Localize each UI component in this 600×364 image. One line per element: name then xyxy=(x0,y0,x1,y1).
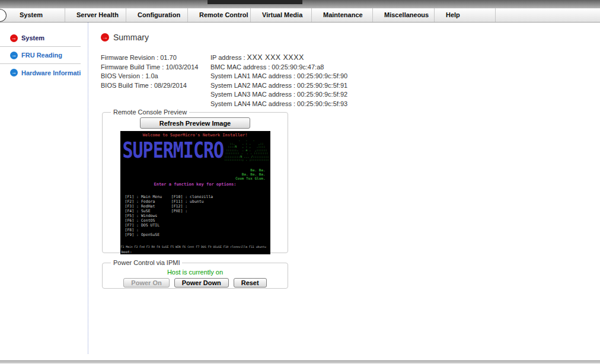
menu-item-system[interactable]: System xyxy=(8,8,65,22)
info-value: 1.0a xyxy=(145,72,158,79)
info-value: 00:25:90:9c:5f:93 xyxy=(297,100,347,107)
menu-item-maintenance[interactable]: Maintenance xyxy=(312,8,373,22)
menu-item-server-health[interactable]: Server Health xyxy=(65,8,126,22)
info-label: System LAN4 MAC address xyxy=(210,100,297,107)
arrow-icon: → xyxy=(101,33,109,41)
console-prompt: Enter a function key for options: xyxy=(120,182,270,187)
sidebar-item-label: System xyxy=(21,34,44,41)
remote-console-fieldset: Remote Console Preview Refresh Preview I… xyxy=(102,108,288,253)
info-row: System LAN3 MAC address00:25:90:9c:5f:92 xyxy=(210,90,347,100)
arrow-icon: → xyxy=(10,34,18,42)
summary-info: Firmware Revision01.70 Firmware Build Ti… xyxy=(101,53,599,108)
sidebar-item-fru-reading[interactable]: → FRU Reading xyxy=(0,47,81,64)
info-value: 01.70 xyxy=(160,54,177,61)
firmware-info-column: Firmware Revision01.70 Firmware Build Ti… xyxy=(101,53,210,108)
info-row: BIOS Version1.0a xyxy=(101,72,210,81)
sidebar: → System → FRU Reading → Hardware Inform… xyxy=(0,23,88,354)
info-row: BMC MAC address00:25:90:9c:47:a8 xyxy=(210,63,347,72)
info-value: 00:25:90:9c:5f:90 xyxy=(297,72,347,79)
sidebar-item-label: Hardware Information xyxy=(21,69,81,76)
info-label: Firmware Build Time xyxy=(101,63,165,71)
info-value: XXX XXX XXXX xyxy=(247,53,304,62)
page-title: → Summary xyxy=(101,33,599,42)
arrow-icon: → xyxy=(10,52,18,59)
console-boot-prompt: boot: xyxy=(122,250,132,254)
info-value: 00:25:90:9c:5f:91 xyxy=(297,82,347,89)
menu-item-virtual-media[interactable]: Virtual Media xyxy=(251,8,312,22)
sidebar-item-hardware-information[interactable]: → Hardware Information xyxy=(0,64,81,81)
info-value: 00:25:90:9c:47:a8 xyxy=(272,63,324,71)
main-content: → Summary Firmware Revision01.70 Firmwar… xyxy=(101,23,599,108)
sidebar-item-label: FRU Reading xyxy=(21,52,62,59)
info-label: BIOS Version xyxy=(101,72,145,79)
remote-console-legend: Remote Console Preview xyxy=(111,108,189,116)
menubar-filler xyxy=(496,8,600,22)
console-preview-image[interactable]: Welcome to SuperMicro's Network Installe… xyxy=(120,131,270,254)
info-row: IP addressXXX XXX XXXX xyxy=(210,53,347,63)
info-label: System LAN1 MAC address xyxy=(210,72,297,79)
info-value: 08/29/2014 xyxy=(154,82,187,89)
info-label: System LAN2 MAC address xyxy=(210,82,297,89)
console-art-caption: Ba. Ba. Ba. Ba. Ba. Cuum Tux Glum. xyxy=(235,168,266,180)
console-status-line: F1 Main F2 Fed F3 RH F4 SuSE F5 WIN F6 C… xyxy=(121,245,270,248)
info-row: System LAN1 MAC address00:25:90:9c:5f:90 xyxy=(210,72,347,81)
supermicro-ascii-logo: SUPERMICRO xyxy=(123,137,224,163)
menu-item-miscellaneous[interactable]: Miscellaneous xyxy=(373,8,435,22)
console-green-art: . . . ::. . : . ,:: ::::N , : , .:::: ::… xyxy=(224,139,269,162)
main-menubar: System Server Health Configuration Remot… xyxy=(0,8,600,23)
info-row: Firmware Revision01.70 xyxy=(101,53,210,63)
info-value: 10/03/2014 xyxy=(165,63,198,71)
info-value: 00:25:90:9c:5f:92 xyxy=(297,91,347,98)
info-label: System LAN3 MAC address xyxy=(210,91,297,98)
info-label: BIOS Build Time xyxy=(101,82,154,89)
power-status-text: Host is currently on xyxy=(107,269,283,276)
top-dark-segment xyxy=(208,0,302,4)
network-info-column: IP addressXXX XXX XXXX BMC MAC address00… xyxy=(210,53,347,108)
power-control-fieldset: Power Control via IPMI Host is currently… xyxy=(102,259,288,289)
refresh-preview-button[interactable]: Refresh Preview Image xyxy=(140,117,250,129)
info-row: System LAN4 MAC address00:25:90:9c:5f:93 xyxy=(210,100,347,109)
info-row: BIOS Build Time08/29/2014 xyxy=(101,81,210,91)
menu-item-configuration[interactable]: Configuration xyxy=(126,8,188,22)
info-row: System LAN2 MAC address00:25:90:9c:5f:91 xyxy=(210,81,347,91)
sidebar-item-system[interactable]: → System xyxy=(0,30,81,47)
info-label: BMC MAC address xyxy=(210,63,272,71)
info-row: Firmware Build Time10/03/2014 xyxy=(101,63,210,72)
info-label: Firmware Revision xyxy=(101,54,160,61)
power-control-legend: Power Control via IPMI xyxy=(111,259,182,266)
menu-item-help[interactable]: Help xyxy=(435,8,496,22)
arrow-icon: → xyxy=(10,69,18,76)
reset-button[interactable]: Reset xyxy=(234,278,267,288)
info-label: IP address xyxy=(210,54,247,61)
page-title-text: Summary xyxy=(113,33,149,42)
power-buttons-row: Power On Power Down Reset xyxy=(107,278,283,288)
power-on-button: Power On xyxy=(123,278,169,288)
menu-item-remote-control[interactable]: Remote Control xyxy=(188,8,251,22)
power-down-button[interactable]: Power Down xyxy=(174,278,229,288)
console-boot-menu: [F1] : Main Menu [F10] : clonezilla [F2]… xyxy=(125,194,213,237)
footer-scrollbar[interactable] xyxy=(0,360,600,363)
